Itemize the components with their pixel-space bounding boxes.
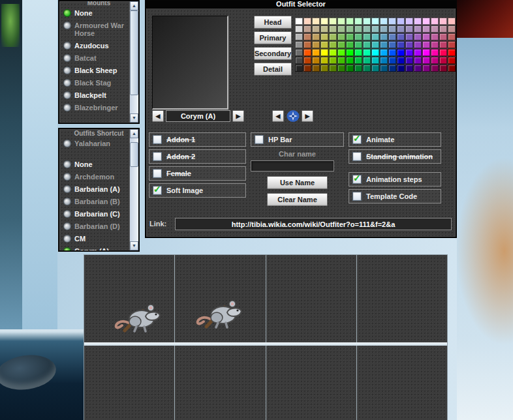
color-swatch[interactable] <box>354 18 362 25</box>
color-swatch[interactable] <box>388 33 396 40</box>
color-swatch[interactable] <box>380 49 388 56</box>
mount-item-blackpelt[interactable]: Blackpelt <box>63 91 128 99</box>
color-swatch[interactable] <box>320 41 328 48</box>
color-swatch[interactable] <box>312 33 320 40</box>
color-swatch[interactable] <box>405 33 413 40</box>
outfit-item-barbarian-d[interactable]: Barbarian (D) <box>63 222 128 230</box>
color-swatch[interactable] <box>337 49 345 56</box>
color-swatch[interactable] <box>439 49 447 56</box>
color-swatch[interactable] <box>363 65 371 72</box>
color-swatch[interactable] <box>405 25 413 33</box>
color-swatch[interactable] <box>414 33 422 40</box>
color-swatch[interactable] <box>337 65 345 72</box>
color-swatch[interactable] <box>414 65 422 72</box>
color-swatch[interactable] <box>431 33 439 40</box>
mount-item-azudocus[interactable]: Azudocus <box>63 42 128 50</box>
color-swatch[interactable] <box>405 41 413 48</box>
color-swatch[interactable] <box>320 49 328 56</box>
addon1-checkbox[interactable]: Addon 1 <box>149 132 246 147</box>
outfit-item-barbarian-c[interactable]: Barbarian (C) <box>63 210 128 218</box>
outfit-item-barbarian-b[interactable]: Barbarian (B) <box>63 198 128 205</box>
color-swatch[interactable] <box>388 41 396 48</box>
color-swatch[interactable] <box>329 41 337 48</box>
color-swatch[interactable] <box>388 49 396 56</box>
color-swatch[interactable] <box>346 41 354 48</box>
color-swatch[interactable] <box>431 25 439 33</box>
hp-bar-checkbox[interactable]: HP Bar <box>251 132 344 147</box>
color-swatch[interactable] <box>303 25 311 33</box>
color-swatch[interactable] <box>320 57 328 64</box>
color-swatch[interactable] <box>422 33 430 40</box>
previous-outfit-button[interactable]: ◀ <box>152 110 164 122</box>
color-swatch[interactable] <box>329 49 337 56</box>
color-swatch[interactable] <box>346 33 354 40</box>
scroll-down-button[interactable]: ▼ <box>130 241 138 250</box>
color-swatch[interactable] <box>312 57 320 64</box>
outfits-scrollbar[interactable]: ▲ ▼ <box>129 129 138 250</box>
color-swatch[interactable] <box>371 65 379 72</box>
color-swatch[interactable] <box>414 41 422 48</box>
color-swatch[interactable] <box>397 57 405 64</box>
color-swatch[interactable] <box>337 33 345 40</box>
color-swatch[interactable] <box>371 41 379 48</box>
mount-item-none[interactable]: None <box>63 9 128 17</box>
color-swatch[interactable] <box>337 18 345 25</box>
color-swatch[interactable] <box>320 65 328 72</box>
color-swatch[interactable] <box>371 25 379 33</box>
outfit-item-yalaharian[interactable]: Yalaharian <box>63 140 128 147</box>
color-swatch[interactable] <box>397 65 405 72</box>
color-swatch[interactable] <box>354 57 362 64</box>
color-swatch[interactable] <box>448 57 456 64</box>
color-swatch[interactable] <box>422 25 430 33</box>
color-swatch[interactable] <box>371 57 379 64</box>
color-swatch[interactable] <box>303 65 311 72</box>
animate-checkbox[interactable]: Animate <box>349 132 441 147</box>
color-swatch[interactable] <box>320 18 328 25</box>
color-swatch[interactable] <box>295 65 303 72</box>
color-swatch[interactable] <box>439 65 447 72</box>
color-swatch[interactable] <box>431 65 439 72</box>
color-swatch[interactable] <box>439 41 447 48</box>
color-swatch[interactable] <box>371 49 379 56</box>
color-swatch[interactable] <box>380 25 388 33</box>
color-swatch[interactable] <box>337 41 345 48</box>
color-swatch[interactable] <box>329 65 337 72</box>
color-swatch[interactable] <box>371 18 379 25</box>
color-swatch[interactable] <box>354 33 362 40</box>
mount-item-black-stag[interactable]: Black Stag <box>63 79 128 87</box>
female-checkbox[interactable]: Female <box>149 166 246 181</box>
color-swatch[interactable] <box>329 25 337 33</box>
head-color-button[interactable]: Head <box>254 16 292 29</box>
color-swatch[interactable] <box>422 41 430 48</box>
color-swatch[interactable] <box>303 41 311 48</box>
color-swatch[interactable] <box>388 25 396 33</box>
color-swatch[interactable] <box>448 49 456 56</box>
color-swatch[interactable] <box>346 25 354 33</box>
scrollbar-thumb[interactable] <box>130 142 138 167</box>
color-swatch[interactable] <box>439 25 447 33</box>
scroll-down-button[interactable]: ▼ <box>130 113 138 123</box>
outfit-item-barbarian-a[interactable]: Barbarian (A) <box>63 185 128 193</box>
rotate-left-button[interactable]: ◀ <box>272 110 284 122</box>
color-swatch[interactable] <box>414 57 422 64</box>
color-swatch[interactable] <box>295 25 303 33</box>
color-swatch[interactable] <box>431 57 439 64</box>
color-swatch[interactable] <box>312 49 320 56</box>
color-swatch[interactable] <box>380 57 388 64</box>
color-swatch[interactable] <box>303 49 311 56</box>
outfit-item-archdemon[interactable]: Archdemon <box>63 173 128 181</box>
color-swatch[interactable] <box>312 18 320 25</box>
outfit-item-cm[interactable]: CM <box>63 235 128 243</box>
color-swatch[interactable] <box>346 57 354 64</box>
char-name-input[interactable] <box>251 160 334 172</box>
primary-color-button[interactable]: Primary <box>254 31 292 44</box>
scroll-up-button[interactable]: ▲ <box>130 129 138 138</box>
scroll-up-button[interactable]: ▲ <box>130 1 138 10</box>
color-swatch[interactable] <box>371 33 379 40</box>
color-swatch[interactable] <box>354 25 362 33</box>
addon2-checkbox[interactable]: Addon 2 <box>149 149 246 164</box>
standing-animation-checkbox[interactable]: Standing animation <box>349 149 441 164</box>
color-swatch[interactable] <box>422 49 430 56</box>
mount-item-blazebringer[interactable]: Blazebringer <box>63 104 128 112</box>
color-swatch[interactable] <box>354 65 362 72</box>
